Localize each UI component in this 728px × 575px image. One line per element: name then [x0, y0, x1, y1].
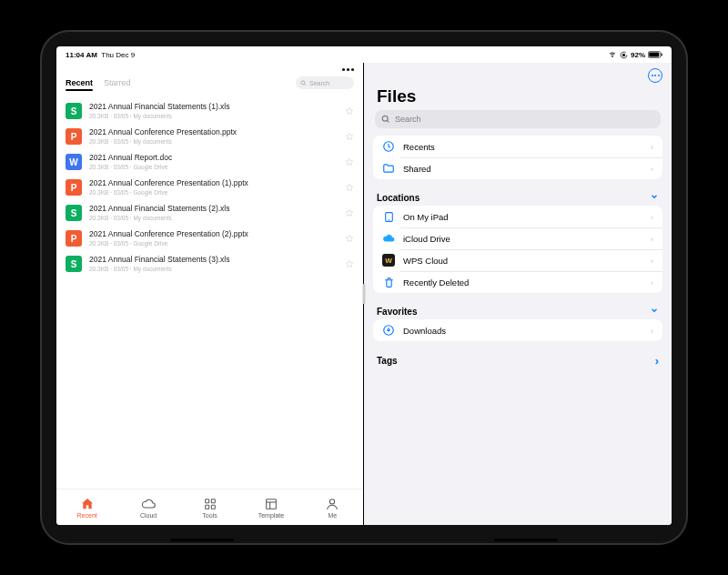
status-date: Thu Dec 9 — [101, 51, 135, 59]
battery-icon — [648, 51, 662, 58]
svg-rect-9 — [205, 505, 208, 509]
chevron-right-icon: › — [651, 234, 653, 244]
locations-group: On My iPad › iCloud Drive › W WPS Cloud … — [373, 206, 662, 293]
files-title: Files — [364, 83, 672, 110]
file-row[interactable]: P2021 Annual Conference Presentation (2)… — [60, 226, 359, 251]
status-bar: 11:04 AM Thu Dec 9 92% — [56, 46, 672, 63]
tab-item-me[interactable]: Me — [302, 489, 363, 525]
tab-item-cloud[interactable]: Cloud — [117, 489, 178, 525]
search-icon — [381, 115, 390, 124]
files-search-input[interactable]: Search — [375, 110, 661, 128]
trash-icon — [382, 276, 395, 288]
svg-line-16 — [387, 120, 389, 122]
file-type-icon: P — [66, 230, 82, 247]
file-list: S2021 Annual Financial Statements (1).xl… — [56, 93, 363, 489]
star-icon[interactable] — [345, 179, 354, 196]
file-row[interactable]: S2021 Annual Financial Statements (1).xl… — [60, 98, 359, 124]
file-row[interactable]: P2021 Annual Conference Presentation.ppt… — [60, 124, 359, 149]
cell-shared[interactable]: Shared › — [373, 157, 662, 179]
file-meta: 20.3KB · 03/05 · My documents — [89, 137, 338, 146]
wifi-icon — [608, 51, 617, 58]
files-search-placeholder: Search — [395, 115, 421, 124]
template-icon — [264, 497, 278, 511]
cell-wps-cloud[interactable]: W WPS Cloud › — [373, 249, 662, 271]
folder-shared-icon — [382, 162, 395, 175]
files-pane: Files Search Recents › Shared › — [364, 63, 672, 525]
svg-rect-7 — [205, 499, 208, 502]
star-icon[interactable] — [345, 256, 354, 272]
tab-item-template[interactable]: Template — [240, 489, 301, 525]
file-info: 2021 Annual Financial Statements (1).xls… — [89, 102, 338, 120]
rotation-lock-icon — [620, 51, 628, 59]
file-name: 2021 Annual Financial Statements (1).xls — [89, 102, 338, 112]
cloud-icon — [141, 497, 156, 511]
clock-icon — [382, 140, 395, 153]
status-time: 11:04 AM — [66, 51, 97, 59]
tab-item-tools[interactable]: Tools — [179, 489, 240, 525]
svg-point-0 — [612, 56, 613, 57]
file-info: 2021 Annual Financial Statements (2).xls… — [89, 204, 338, 222]
file-row[interactable]: S2021 Annual Financial Statements (3).xl… — [60, 251, 359, 277]
svg-point-15 — [382, 116, 388, 121]
file-name: 2021 Annual Conference Presentation.pptx — [89, 127, 338, 137]
file-name: 2021 Annual Conference Presentation (2).… — [89, 229, 338, 239]
me-icon — [325, 497, 339, 511]
file-row[interactable]: W2021 Annual Report.doc20.3KB · 03/05 · … — [60, 149, 359, 175]
file-row[interactable]: S2021 Annual Financial Statements (2).xl… — [60, 200, 359, 226]
locations-header[interactable]: Locations — [364, 187, 672, 206]
file-info: 2021 Annual Conference Presentation.pptx… — [89, 127, 338, 146]
cell-icloud-drive[interactable]: iCloud Drive › — [373, 227, 662, 249]
cell-downloads[interactable]: Downloads › — [373, 319, 662, 341]
svg-rect-4 — [661, 53, 662, 55]
download-icon — [382, 324, 395, 337]
favorites-header[interactable]: Favorites — [364, 300, 672, 319]
svg-rect-11 — [267, 499, 277, 509]
wps-pane: Recent Starred Search S2021 Annual Finan… — [56, 63, 364, 525]
svg-point-5 — [301, 80, 305, 84]
chevron-right-icon: › — [651, 326, 653, 336]
chevron-right-icon: › — [651, 212, 653, 222]
file-meta: 20.3KB · 03/05 · My documents — [89, 265, 338, 273]
home-icon — [80, 497, 95, 511]
svg-rect-3 — [649, 53, 659, 57]
ipad-device-frame: 11:04 AM Thu Dec 9 92% Recent Starred — [40, 30, 688, 545]
split-divider-handle[interactable] — [363, 284, 366, 304]
svg-rect-10 — [211, 505, 215, 509]
svg-line-6 — [304, 84, 305, 85]
file-type-icon: S — [66, 256, 82, 272]
star-icon[interactable] — [345, 205, 354, 221]
file-row[interactable]: P2021 Annual Conference Presentation (1)… — [60, 175, 359, 200]
wps-search-input[interactable]: Search — [296, 76, 354, 89]
status-right: 92% — [608, 51, 662, 59]
cell-recents[interactable]: Recents › — [373, 136, 662, 157]
file-type-icon: W — [66, 154, 82, 170]
screen: 11:04 AM Thu Dec 9 92% Recent Starred — [56, 46, 672, 525]
star-icon[interactable] — [345, 128, 354, 145]
files-more-button[interactable] — [648, 68, 662, 83]
split-view: Recent Starred Search S2021 Annual Finan… — [56, 63, 672, 525]
cell-on-my-ipad[interactable]: On My iPad › — [373, 206, 662, 227]
star-icon[interactable] — [345, 154, 354, 170]
file-info: 2021 Annual Financial Statements (3).xls… — [89, 255, 338, 273]
wps-search-placeholder: Search — [309, 80, 329, 86]
chevron-right-icon: › — [655, 354, 659, 368]
file-meta: 20.3KB · 03/05 · Google Drive — [89, 239, 338, 247]
star-icon[interactable] — [345, 103, 354, 119]
files-header — [364, 63, 672, 83]
file-type-icon: S — [66, 103, 82, 119]
file-meta: 20.3KB · 03/05 · Google Drive — [89, 163, 338, 171]
file-info: 2021 Annual Conference Presentation (2).… — [89, 229, 338, 247]
wps-header — [56, 63, 363, 71]
icloud-icon — [382, 232, 395, 245]
file-name: 2021 Annual Report.doc — [89, 153, 338, 163]
tab-item-recent[interactable]: Recent — [56, 489, 117, 525]
tags-header[interactable]: Tags › — [364, 348, 672, 370]
star-icon[interactable] — [345, 230, 354, 247]
cell-recently-deleted[interactable]: Recently Deleted › — [373, 271, 662, 293]
chevron-down-icon — [650, 192, 659, 203]
file-info: 2021 Annual Conference Presentation (1).… — [89, 178, 338, 197]
tab-starred[interactable]: Starred — [104, 78, 131, 87]
tab-recent[interactable]: Recent — [66, 78, 93, 87]
bottom-tabbar: Recent Cloud Tools Template — [56, 489, 363, 525]
file-info: 2021 Annual Report.doc20.3KB · 03/05 · G… — [89, 153, 338, 171]
